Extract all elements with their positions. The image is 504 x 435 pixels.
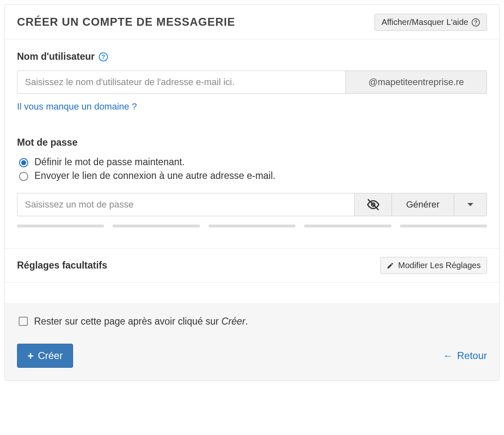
- stay-on-page-label: Rester sur cette page après avoir cliqué…: [34, 316, 248, 327]
- password-strength-meter: [17, 225, 487, 227]
- username-input-group: @mapetiteentreprise.re: [17, 71, 487, 94]
- missing-domain-link[interactable]: Il vous manque un domaine ?: [17, 101, 137, 112]
- strength-segment: [400, 225, 487, 227]
- create-mail-account-panel: Créer un compte de messagerie Afficher/M…: [4, 4, 500, 381]
- back-link[interactable]: ← Retour: [443, 350, 487, 362]
- password-input-group: Générer: [17, 193, 487, 216]
- optional-settings-header: Réglages facultatifs Modifier Les Réglag…: [5, 249, 499, 283]
- toggle-help-button[interactable]: Afficher/Masquer L'aide ?: [374, 14, 487, 31]
- strength-segment: [208, 225, 296, 227]
- password-input[interactable]: [17, 193, 354, 216]
- panel-footer: Rester sur cette page après avoir cliqué…: [5, 303, 499, 380]
- generate-password-dropdown[interactable]: [454, 193, 487, 216]
- edit-settings-button[interactable]: Modifier Les Réglages: [380, 257, 487, 274]
- help-icon[interactable]: ?: [99, 52, 108, 61]
- footer-actions: + Créer ← Retour: [17, 344, 487, 368]
- toggle-help-label: Afficher/Masquer L'aide: [382, 17, 468, 27]
- chevron-down-icon: [467, 203, 473, 206]
- radio-send-link-label: Envoyer le lien de connexion à une autre…: [34, 170, 275, 181]
- radio-set-now-label: Définir le mot de passe maintenant.: [34, 156, 185, 168]
- password-option-send-link[interactable]: Envoyer le lien de connexion à une autre…: [17, 170, 487, 181]
- panel-title: Créer un compte de messagerie: [17, 16, 235, 29]
- edit-settings-label: Modifier Les Réglages: [398, 261, 481, 270]
- plus-icon: +: [27, 350, 34, 361]
- generate-password-label: Générer: [406, 199, 440, 210]
- password-label: Mot de passe: [17, 137, 78, 148]
- radio-send-link[interactable]: [19, 172, 28, 181]
- create-button[interactable]: + Créer: [17, 344, 73, 368]
- stay-on-page-checkbox[interactable]: [19, 317, 28, 326]
- radio-set-now[interactable]: [19, 158, 28, 167]
- pencil-icon: [387, 262, 394, 269]
- back-link-label: Retour: [457, 350, 487, 362]
- username-input[interactable]: [17, 71, 346, 94]
- username-label-row: Nom d'utilisateur ?: [17, 51, 108, 62]
- toggle-password-visibility-button[interactable]: [354, 193, 391, 216]
- password-option-set-now[interactable]: Définir le mot de passe maintenant.: [17, 156, 487, 168]
- eye-off-icon: [367, 198, 380, 211]
- panel-header: Créer un compte de messagerie Afficher/M…: [5, 5, 499, 39]
- domain-addon: @mapetiteentreprise.re: [346, 71, 487, 94]
- optional-settings-title: Réglages facultatifs: [17, 260, 107, 271]
- strength-segment: [304, 225, 391, 227]
- generate-password-button[interactable]: Générer: [391, 193, 454, 216]
- stay-on-page-row[interactable]: Rester sur cette page après avoir cliqué…: [17, 315, 487, 327]
- help-icon: ?: [472, 18, 480, 27]
- username-section: Nom d'utilisateur ? @mapetiteentreprise.…: [5, 39, 499, 248]
- strength-segment: [17, 225, 104, 227]
- strength-segment: [113, 225, 200, 227]
- username-label: Nom d'utilisateur: [17, 51, 95, 62]
- arrow-left-icon: ←: [443, 350, 453, 362]
- create-button-label: Créer: [38, 350, 63, 362]
